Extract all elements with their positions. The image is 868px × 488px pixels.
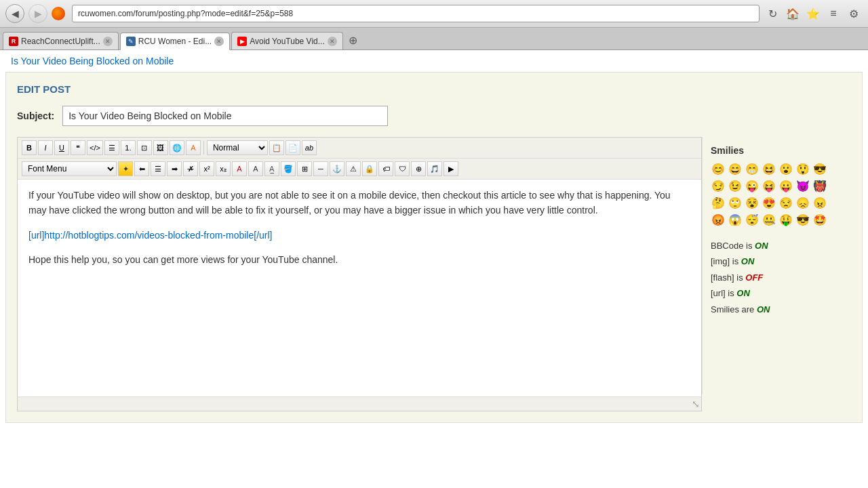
tab-youtube[interactable]: ▶ Avoid YouTube Vid... ✕: [231, 32, 343, 49]
bookmark-button[interactable]: ⭐: [804, 5, 822, 22]
subject-label: Subject:: [17, 110, 54, 121]
smiley-4[interactable]: 😆: [762, 161, 776, 176]
smiley-5[interactable]: 😮: [778, 161, 793, 176]
image-button[interactable]: 🖼: [153, 140, 168, 155]
play-button[interactable]: ▶: [443, 161, 458, 176]
img-status-line: [img] is ON: [711, 253, 843, 269]
tab-overflow[interactable]: ⊕: [344, 31, 361, 49]
smiley-18[interactable]: 😍: [762, 195, 776, 210]
color-button[interactable]: A: [186, 140, 201, 155]
subject-row: Subject:: [17, 106, 851, 126]
font-color-black-button[interactable]: A: [248, 161, 263, 176]
smiley-24[interactable]: 😴: [745, 212, 760, 227]
italic-button[interactable]: I: [38, 140, 53, 155]
warning-button[interactable]: ⚠: [346, 161, 361, 176]
tab-favicon-rcu: ✎: [126, 37, 136, 46]
forward-button[interactable]: ▶: [28, 4, 47, 23]
lock-button[interactable]: 🔒: [362, 161, 377, 176]
smiley-26[interactable]: 🤑: [778, 212, 793, 227]
editor-body[interactable]: If your YouTube video will show on deskt…: [18, 180, 701, 396]
font-color-red-button[interactable]: A: [232, 161, 247, 176]
edit-post-heading: EDIT POST: [17, 83, 851, 95]
tab-close-rcu[interactable]: ✕: [214, 37, 224, 46]
align-left-button[interactable]: ⬅: [134, 161, 149, 176]
smiley-28[interactable]: 🤩: [812, 212, 827, 227]
globe-button[interactable]: 🌐: [170, 140, 184, 155]
page-title-link[interactable]: Is Your Video Being Blocked on Mobile: [11, 56, 174, 66]
refresh-button[interactable]: ↻: [764, 5, 781, 22]
paste-text-button[interactable]: 📄: [285, 140, 300, 155]
code-button[interactable]: </>: [87, 140, 103, 155]
smiley-15[interactable]: 🤔: [711, 195, 726, 210]
editor-container: B I U ❝ </> ☰ 1. ⊡ 🖼 🌐 A Tiny: [17, 137, 702, 411]
font-size-select[interactable]: Tiny Small Normal Large Huge: [207, 140, 268, 155]
align-right-button[interactable]: ➡: [167, 161, 182, 176]
font-style-button[interactable]: A̲: [264, 161, 279, 176]
smiley-16[interactable]: 🙄: [728, 195, 743, 210]
settings-icon[interactable]: ⚙: [845, 5, 863, 22]
tag-button[interactable]: 🏷: [378, 161, 393, 176]
toolbar-row2: Font Menu ✦ ⬅ ☰ ➡ ✗ x² x₂ A A A̲ 🪣 ⊞: [18, 159, 701, 180]
tab-close-reach[interactable]: ✕: [103, 37, 113, 46]
smiley-7[interactable]: 😎: [812, 161, 827, 176]
bucket-button[interactable]: 🪣: [281, 161, 296, 176]
bbcode-label: BBCode is: [711, 241, 752, 251]
smiley-3[interactable]: 😁: [745, 161, 760, 176]
flash-status: OFF: [745, 272, 763, 283]
home-button[interactable]: 🏠: [784, 5, 802, 22]
smiley-10[interactable]: 😜: [745, 178, 760, 193]
layers-icon[interactable]: ≡: [825, 5, 842, 22]
main-layout: B I U ❝ </> ☰ 1. ⊡ 🖼 🌐 A Tiny: [17, 137, 851, 411]
smiley-11[interactable]: 😝: [762, 178, 776, 193]
edit-area: EDIT POST Subject: B I U ❝ </> ☰ 1.: [5, 72, 863, 423]
indent-button[interactable]: ⊡: [137, 140, 152, 155]
smiley-22[interactable]: 😡: [711, 212, 726, 227]
smiley-27[interactable]: 😎: [795, 212, 810, 227]
smiley-14[interactable]: 👹: [812, 178, 827, 193]
smiley-6[interactable]: 😲: [795, 161, 810, 176]
media-button[interactable]: 🎵: [427, 161, 442, 176]
paste-button[interactable]: 📋: [269, 140, 284, 155]
smiley-8[interactable]: 😏: [711, 178, 726, 193]
nav-icons: ↻ 🏠 ⭐ ≡ ⚙: [764, 5, 863, 22]
smiley-13[interactable]: 😈: [795, 178, 810, 193]
highlight-button[interactable]: ✦: [118, 161, 133, 176]
anchor-button[interactable]: ⚓: [330, 161, 344, 176]
url-text: rcuwomen.com/forum/posting.php?mode=edit…: [78, 9, 293, 18]
address-bar[interactable]: rcuwomen.com/forum/posting.php?mode=edit…: [72, 5, 760, 22]
misc1-button[interactable]: ⊕: [411, 161, 426, 176]
ab-button[interactable]: ab: [302, 140, 317, 155]
smiley-23[interactable]: 😱: [728, 212, 743, 227]
font-select[interactable]: Font Menu: [22, 161, 117, 176]
smiley-1[interactable]: 😊: [711, 161, 726, 176]
tab-reach[interactable]: R ReachConnectUplift... ✕: [3, 32, 119, 49]
back-button[interactable]: ◀: [5, 4, 24, 23]
subject-input[interactable]: [62, 106, 388, 126]
tab-rcu[interactable]: ✎ RCU Women - Edi... ✕: [120, 33, 230, 50]
superscript-button[interactable]: x²: [199, 161, 214, 176]
smiley-20[interactable]: 😞: [795, 195, 810, 210]
hr-button[interactable]: ─: [313, 161, 328, 176]
bold-button[interactable]: B: [22, 140, 37, 155]
resize-handle[interactable]: ⤡: [692, 399, 700, 409]
list-ul-button[interactable]: ☰: [104, 140, 119, 155]
bbcode-status: ON: [755, 241, 768, 251]
smiley-2[interactable]: 😄: [728, 161, 743, 176]
list-ol-button[interactable]: 1.: [121, 140, 136, 155]
smiley-17[interactable]: 😵: [745, 195, 760, 210]
smiley-25[interactable]: 🤐: [762, 212, 776, 227]
smiley-12[interactable]: 😛: [778, 178, 793, 193]
underline-button[interactable]: U: [54, 140, 69, 155]
shield-button[interactable]: 🛡: [395, 161, 410, 176]
tab-close-youtube[interactable]: ✕: [328, 37, 337, 46]
img-status: ON: [741, 256, 755, 266]
subscript-button[interactable]: x₂: [216, 161, 231, 176]
smiley-21[interactable]: 😠: [812, 195, 827, 210]
smiley-9[interactable]: 😉: [728, 178, 743, 193]
strikeout-button[interactable]: ✗: [183, 161, 198, 176]
smiley-19[interactable]: 😒: [778, 195, 793, 210]
quote-button[interactable]: ❝: [71, 140, 85, 155]
table-button[interactable]: ⊞: [297, 161, 312, 176]
flash-label: [flash] is: [711, 272, 743, 283]
align-center-button[interactable]: ☰: [151, 161, 165, 176]
